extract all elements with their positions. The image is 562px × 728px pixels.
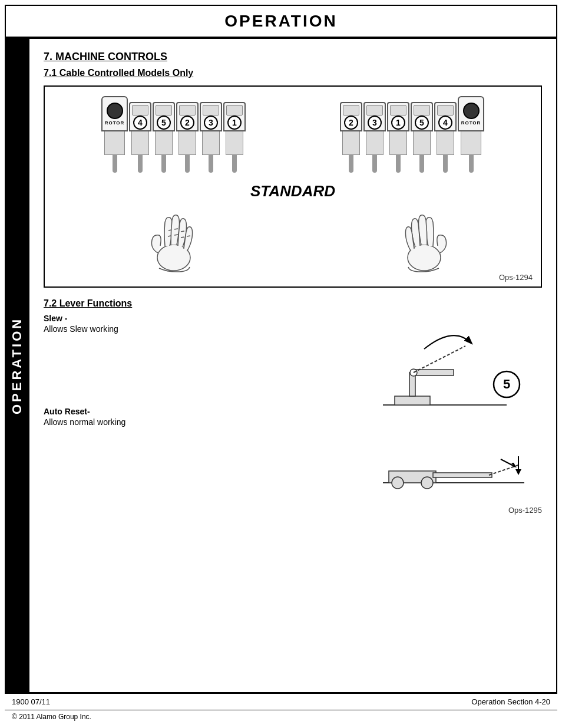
left-lever-5: 5 [153, 102, 175, 173]
right-lever-group: 2 3 [340, 96, 484, 173]
left-rotor-lever: ROTOR [101, 96, 128, 173]
lever-top: 1 [387, 102, 409, 131]
right-lever-1: 1 [387, 102, 409, 173]
svg-line-4 [174, 235, 178, 235]
lever-number: 2 [180, 116, 194, 130]
rotor-body-right [461, 131, 481, 155]
lever-handle [232, 155, 237, 173]
auto-reset-label: Auto Reset- [44, 407, 365, 416]
lever-handle [185, 155, 190, 173]
diagram-caption-2: Ops-1295 [508, 506, 542, 515]
lever-body [226, 131, 243, 155]
rotor-handle-left [113, 155, 117, 173]
lever-handle [396, 155, 401, 173]
lever-number: 3 [368, 116, 382, 130]
lever-body [155, 131, 173, 155]
subsection-title: 7.1 Cable Controlled Models Only [44, 68, 542, 78]
svg-line-6 [181, 237, 184, 238]
lever-top: 3 [363, 102, 386, 131]
lever-handle [161, 155, 166, 173]
rotor-label-left: ROTOR [105, 120, 125, 126]
rotor-circle-left [107, 103, 123, 119]
lever-handle [349, 155, 353, 173]
section-title: 7. MACHINE CONTROLS [44, 51, 542, 63]
side-tab: OPERATION [5, 38, 29, 693]
lever-handle [372, 155, 377, 173]
hands-row [54, 207, 531, 272]
slew-desc: Allows Slew working [44, 324, 365, 334]
lever-number: 1 [227, 116, 242, 130]
right-lever-4: 4 [434, 102, 457, 173]
lever-number: 4 [133, 116, 147, 130]
left-hand-diagram [135, 207, 212, 272]
lever-top: 5 [411, 102, 433, 131]
right-hand-diagram [374, 207, 451, 272]
left-lever-group: ROTOR 4 [101, 96, 246, 173]
lever-number: 5 [157, 116, 171, 130]
auto-reset-desc: Allows normal working [44, 417, 365, 427]
slew-label: Slew - [44, 314, 365, 323]
lever-top: 4 [434, 102, 457, 131]
right-lever-2: 2 [340, 102, 362, 173]
lever-body [389, 131, 407, 155]
lever-handle [419, 155, 424, 173]
lever-body [342, 131, 360, 155]
function-diagrams: 5 [365, 314, 542, 515]
lever-handle [138, 155, 143, 173]
right-lever-5: 5 [411, 102, 433, 173]
left-lever-2: 2 [176, 102, 199, 173]
rotor-handle-right [469, 155, 474, 173]
lever-number: 4 [438, 116, 452, 130]
page-title: OPERATION [12, 12, 550, 31]
lever-top: 1 [223, 102, 246, 131]
lever-top: 2 [176, 102, 199, 131]
copyright-bar: © 2011 Alamo Group Inc. [5, 710, 557, 723]
auto-reset-diagram [377, 427, 542, 503]
lever-body [131, 131, 149, 155]
standard-label: STANDARD [250, 182, 335, 200]
lever-body [202, 131, 220, 155]
lever-body [437, 131, 454, 155]
page-header: OPERATION [5, 5, 557, 38]
lever-number: 2 [344, 116, 358, 130]
lever-body [413, 131, 431, 155]
left-lever-4: 4 [129, 102, 151, 173]
svg-rect-10 [395, 396, 430, 405]
rotor-top-left: ROTOR [101, 96, 128, 131]
rotor-body-left [104, 131, 125, 155]
lever-number: 1 [391, 116, 405, 130]
lever-handle [209, 155, 213, 173]
lever-top: 2 [340, 102, 362, 131]
lever-body [366, 131, 384, 155]
svg-marker-25 [515, 469, 521, 475]
lever-number: 3 [204, 116, 218, 130]
content-area: OPERATION 7. MACHINE CONTROLS 7.1 Cable … [5, 38, 557, 693]
svg-line-7 [187, 236, 190, 236]
slew-diagram: 5 [377, 314, 542, 420]
svg-point-21 [421, 477, 433, 489]
rotor-top-right: ROTOR [458, 96, 484, 131]
lever-top: 4 [129, 102, 151, 131]
svg-point-20 [392, 477, 404, 489]
lever-functions-title: 7.2 Lever Functions [44, 298, 542, 309]
rotor-circle-right [463, 103, 480, 119]
rotor-label-right: ROTOR [461, 120, 481, 126]
levers-row: ROTOR 4 [54, 96, 531, 173]
right-rotor-lever: ROTOR [458, 96, 484, 173]
lever-top: 3 [200, 102, 222, 131]
svg-text:5: 5 [503, 377, 510, 391]
lever-functions-text: Slew - Allows Slew working Auto Reset- A… [44, 314, 365, 515]
svg-line-1 [168, 230, 171, 230]
lever-number: 5 [415, 116, 429, 130]
copyright-text: © 2011 Alamo Group Inc. [12, 713, 91, 721]
right-lever-3: 3 [363, 102, 386, 173]
lever-handle [443, 155, 448, 173]
cable-control-diagram: ROTOR 4 [44, 85, 542, 288]
svg-line-5 [181, 231, 184, 232]
footer-left: 1900 07/11 [12, 697, 50, 706]
svg-line-2 [168, 236, 171, 236]
lever-body [178, 131, 196, 155]
left-lever-3: 3 [200, 102, 222, 173]
left-lever-1: 1 [223, 102, 246, 173]
lever-top: 5 [153, 102, 175, 131]
